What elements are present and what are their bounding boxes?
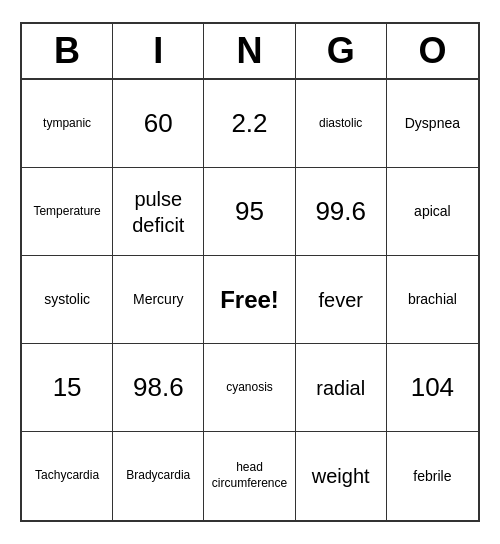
cell-value: brachial [408,290,457,308]
cell-value: Mercury [133,290,184,308]
header-letter: N [204,24,295,78]
cell-value: febrile [413,467,451,485]
bingo-cell: tympanic [22,80,113,168]
cell-value: 98.6 [133,371,184,405]
bingo-cell: weight [296,432,387,520]
bingo-cell: 2.2 [204,80,295,168]
bingo-cell: head circumference [204,432,295,520]
cell-value: systolic [44,290,90,308]
cell-value: 99.6 [315,195,366,229]
bingo-cell: 104 [387,344,478,432]
cell-value: 60 [144,107,173,141]
bingo-cell: diastolic [296,80,387,168]
bingo-cell: radial [296,344,387,432]
cell-value: 104 [411,371,454,405]
bingo-cell: fever [296,256,387,344]
bingo-cell: 98.6 [113,344,204,432]
header-letter: O [387,24,478,78]
cell-value: Temperature [33,204,100,220]
cell-value: Dyspnea [405,114,460,132]
cell-value: apical [414,202,451,220]
cell-value: weight [312,463,370,489]
bingo-card: BINGO tympanic602.2diastolicDyspneaTempe… [20,22,480,522]
bingo-cell: 99.6 [296,168,387,256]
header-letter: I [113,24,204,78]
cell-value: fever [318,287,362,313]
bingo-cell: Mercury [113,256,204,344]
cell-value: Bradycardia [126,468,190,484]
cell-value: Free! [220,284,279,315]
cell-value: cyanosis [226,380,273,396]
bingo-cell: Free! [204,256,295,344]
bingo-cell: Dyspnea [387,80,478,168]
header-letter: G [296,24,387,78]
bingo-cell: febrile [387,432,478,520]
bingo-cell: Bradycardia [113,432,204,520]
bingo-header: BINGO [22,24,478,80]
cell-value: tympanic [43,116,91,132]
cell-value: pulse deficit [119,186,197,238]
bingo-cell: cyanosis [204,344,295,432]
cell-value: diastolic [319,116,362,132]
bingo-grid: tympanic602.2diastolicDyspneaTemperature… [22,80,478,520]
cell-value: 15 [53,371,82,405]
bingo-cell: 15 [22,344,113,432]
bingo-cell: systolic [22,256,113,344]
bingo-cell: apical [387,168,478,256]
cell-value: 95 [235,195,264,229]
bingo-cell: brachial [387,256,478,344]
cell-value: head circumference [210,460,288,491]
bingo-cell: 95 [204,168,295,256]
cell-value: 2.2 [231,107,267,141]
cell-value: radial [316,375,365,401]
bingo-cell: 60 [113,80,204,168]
bingo-cell: Tachycardia [22,432,113,520]
cell-value: Tachycardia [35,468,99,484]
bingo-cell: pulse deficit [113,168,204,256]
bingo-cell: Temperature [22,168,113,256]
header-letter: B [22,24,113,78]
